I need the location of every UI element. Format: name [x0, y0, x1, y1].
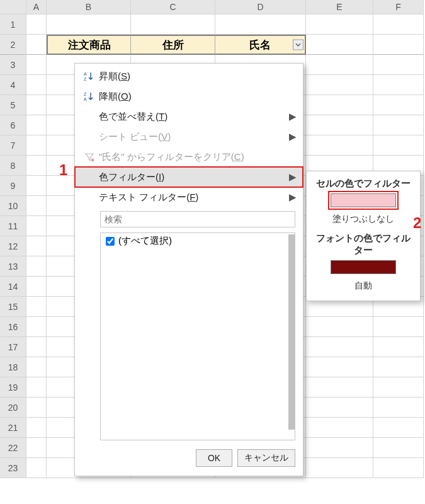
- row-header[interactable]: 4: [0, 75, 26, 95]
- row-header[interactable]: 16: [0, 317, 26, 337]
- menu-label: "氏名" からフィルターをクリア(C): [99, 151, 297, 163]
- clear-filter-icon: [80, 151, 99, 163]
- menu-label: 色で並べ替え(T): [99, 111, 289, 123]
- row-header[interactable]: 7: [0, 135, 26, 156]
- checklist-label: (すべて選択): [118, 235, 172, 247]
- row-1: 1: [0, 14, 424, 35]
- header-product-label: 注文商品: [68, 38, 111, 52]
- submenu-arrow-icon: ▶: [289, 192, 297, 203]
- menu-label: シート ビュー(V): [99, 131, 289, 143]
- checklist-item[interactable]: (すべて選択): [101, 234, 295, 248]
- sort-asc-icon: AZ: [80, 71, 99, 82]
- submenu-arrow-icon: ▶: [289, 111, 297, 122]
- row-header[interactable]: 3: [0, 55, 26, 75]
- submenu-arrow-icon: ▶: [289, 131, 297, 142]
- row-header[interactable]: 6: [0, 115, 26, 135]
- svg-text:A: A: [84, 97, 87, 101]
- submenu-arrow-icon: ▶: [289, 171, 297, 183]
- cell[interactable]: [215, 14, 306, 35]
- cell-color-swatch-pink[interactable]: [331, 193, 396, 207]
- col-header-E[interactable]: E: [306, 0, 373, 14]
- row-header[interactable]: 10: [0, 196, 26, 216]
- row-header[interactable]: 22: [0, 438, 26, 458]
- menu-sheet-view: シート ビュー(V) ▶: [75, 127, 303, 147]
- menu-label: テキスト フィルター(F): [99, 192, 289, 203]
- col-header-B[interactable]: B: [47, 0, 131, 14]
- submenu-cell-color-heading: セルの色でフィルター: [312, 175, 415, 193]
- row-header[interactable]: 20: [0, 398, 26, 418]
- filter-context-menu: AZ 昇順(S) ZA 降順(O) 色で並べ替え(T) ▶ シート ビュー(V)…: [74, 63, 303, 476]
- menu-sort-descending[interactable]: ZA 降順(O): [75, 86, 303, 106]
- row-header[interactable]: 2: [0, 35, 26, 55]
- row-header[interactable]: 12: [0, 236, 26, 256]
- row-header[interactable]: 5: [0, 95, 26, 115]
- filter-checklist: (すべて選択)荻野 貴子岸本 憲史久保田 純子宮川 和也高橋 良治今村 順一今村…: [100, 232, 295, 440]
- col-header-C[interactable]: C: [131, 0, 215, 14]
- menu-text-filter[interactable]: テキスト フィルター(F) ▶: [75, 187, 303, 207]
- menu-sort-ascending[interactable]: AZ 昇順(S): [75, 66, 303, 86]
- select-all-cell[interactable]: [0, 0, 26, 14]
- submenu-font-color-heading: フォントの色でフィルター: [312, 230, 415, 260]
- col-header-D[interactable]: D: [215, 0, 306, 14]
- cell[interactable]: [26, 14, 47, 35]
- chevron-down-icon: [295, 42, 301, 48]
- filter-search-input[interactable]: [100, 211, 295, 227]
- row-header[interactable]: 9: [0, 176, 26, 196]
- menu-label: 降順(O): [99, 91, 297, 103]
- menu-label: 昇順(S): [99, 71, 297, 83]
- cell-header-product[interactable]: 注文商品: [47, 35, 131, 55]
- checklist-checkbox[interactable]: [106, 237, 115, 246]
- filter-dropdown-button[interactable]: [293, 40, 303, 50]
- menu-clear-filter: "氏名" からフィルターをクリア(C): [75, 147, 303, 167]
- submenu-item-no-fill[interactable]: 塗りつぶしなし: [312, 211, 415, 230]
- row-header[interactable]: 15: [0, 297, 26, 317]
- menu-sort-by-color[interactable]: 色で並べ替え(T) ▶: [75, 106, 303, 127]
- cancel-button[interactable]: キャンセル: [237, 449, 295, 467]
- cell-header-address[interactable]: 住所: [131, 35, 215, 55]
- submenu-item-auto[interactable]: 自動: [312, 278, 415, 297]
- row-2: 2 注文商品 住所 氏名: [0, 35, 424, 55]
- row-header[interactable]: 21: [0, 418, 26, 438]
- svg-text:Z: Z: [84, 77, 87, 81]
- checklist-scrollbar[interactable]: [286, 233, 295, 440]
- col-header-A[interactable]: A: [26, 0, 47, 14]
- callout-1: 1: [59, 161, 67, 179]
- ok-button[interactable]: OK: [196, 449, 232, 467]
- svg-text:Z: Z: [84, 92, 87, 96]
- font-color-swatch-darkred[interactable]: [331, 260, 396, 274]
- cell[interactable]: [373, 35, 424, 55]
- callout-2: 2: [413, 214, 421, 232]
- cell[interactable]: [47, 14, 131, 35]
- cell[interactable]: [131, 14, 215, 35]
- cell[interactable]: [306, 14, 373, 35]
- row-header[interactable]: 1: [0, 14, 26, 35]
- cell[interactable]: [26, 35, 47, 55]
- svg-text:A: A: [84, 72, 87, 76]
- scroll-thumb[interactable]: [288, 234, 295, 430]
- col-header-F[interactable]: F: [373, 0, 424, 14]
- menu-color-filter[interactable]: 色フィルター(I) ▶: [75, 167, 303, 187]
- cell[interactable]: [306, 35, 373, 55]
- row-header[interactable]: 19: [0, 377, 26, 398]
- row-header[interactable]: 23: [0, 458, 26, 478]
- row-header[interactable]: 8: [0, 156, 26, 176]
- row-header[interactable]: 17: [0, 337, 26, 357]
- column-header-row: A B C D E F: [0, 0, 424, 14]
- header-name-label: 氏名: [249, 38, 271, 52]
- row-header[interactable]: 11: [0, 216, 26, 236]
- header-address-label: 住所: [162, 38, 184, 52]
- row-header[interactable]: 14: [0, 277, 26, 297]
- cell[interactable]: [373, 14, 424, 35]
- sort-desc-icon: ZA: [80, 91, 99, 102]
- color-filter-submenu: セルの色でフィルター 塗りつぶしなし フォントの色でフィルター 自動: [306, 171, 421, 301]
- row-header[interactable]: 13: [0, 256, 26, 277]
- row-header[interactable]: 18: [0, 357, 26, 377]
- menu-label: 色フィルター(I): [99, 171, 289, 183]
- cell-header-name[interactable]: 氏名: [215, 35, 306, 55]
